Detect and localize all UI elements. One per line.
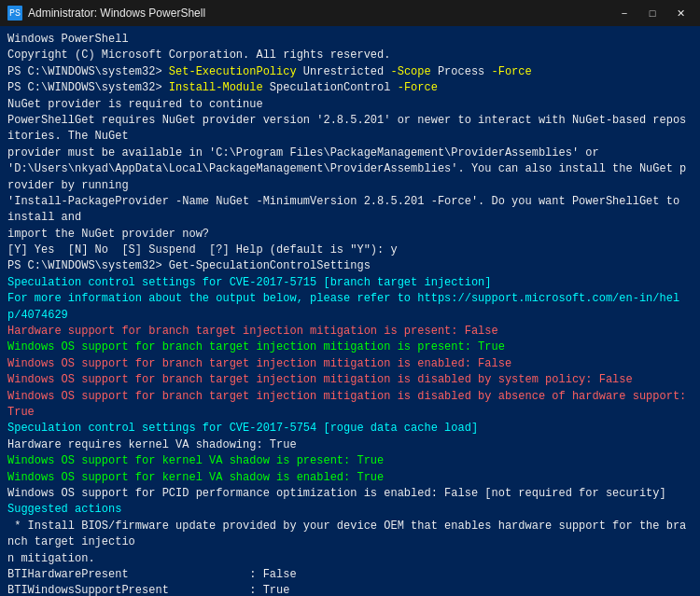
console-line: For more information about the output be… bbox=[7, 291, 693, 324]
console-line: Windows PowerShell bbox=[7, 32, 693, 48]
minimize-button[interactable]: − bbox=[612, 5, 637, 21]
title-bar: PS Administrator: Windows PowerShell − □… bbox=[0, 0, 700, 26]
console-line: BTIHardwarePresent : False bbox=[7, 567, 693, 583]
console-line: Suggested actions bbox=[7, 502, 693, 518]
console-line: 'D:\Users\nkyad\AppData\Local\PackageMan… bbox=[7, 161, 693, 194]
powershell-icon: PS bbox=[7, 6, 22, 21]
console-line: * Install BIOS/firmware update provided … bbox=[7, 519, 693, 551]
console-line: n mitigation. bbox=[7, 551, 693, 567]
console-line: PS C:\WINDOWS\system32> Get-SpeculationC… bbox=[7, 258, 693, 274]
console-line: Windows OS support for branch target inj… bbox=[7, 356, 693, 372]
window-controls: − □ ✕ bbox=[612, 5, 693, 21]
console-line: 'Install-PackageProvider -Name NuGet -Mi… bbox=[7, 194, 693, 227]
title-bar-left: PS Administrator: Windows PowerShell bbox=[7, 6, 205, 21]
console-line: Hardware support for branch target injec… bbox=[7, 324, 693, 340]
console-line: import the NuGet provider now? bbox=[7, 227, 693, 243]
console-line: PS C:\WINDOWS\system32> Install-Module S… bbox=[7, 80, 693, 96]
console-line: provider must be available in 'C:\Progra… bbox=[7, 146, 693, 161]
console-line: Windows OS support for branch target inj… bbox=[7, 372, 693, 388]
window-title: Administrator: Windows PowerShell bbox=[28, 7, 205, 20]
console-line: Copyright (C) Microsoft Corporation. All… bbox=[7, 48, 693, 63]
console-line: PS C:\WINDOWS\system32> Set-ExecutionPol… bbox=[7, 64, 693, 80]
console-line: [Y] Yes [N] No [S] Suspend [?] Help (def… bbox=[7, 243, 693, 258]
console-line: NuGet provider is required to continue bbox=[7, 97, 693, 113]
console-line: Windows OS support for kernel VA shadow … bbox=[7, 470, 693, 486]
console-line: Windows OS support for branch target inj… bbox=[7, 340, 693, 355]
console-line: Hardware requires kernel VA shadowing: T… bbox=[7, 437, 693, 453]
console-output: Windows PowerShellCopyright (C) Microsof… bbox=[0, 26, 700, 596]
console-line: Windows OS support for PCID performance … bbox=[7, 486, 693, 502]
console-line: Speculation control settings for CVE-201… bbox=[7, 421, 693, 437]
console-line: Windows OS support for branch target inj… bbox=[7, 389, 693, 422]
maximize-button[interactable]: □ bbox=[640, 5, 665, 21]
console-line: Speculation control settings for CVE-201… bbox=[7, 275, 693, 291]
console-line: Windows OS support for kernel VA shadow … bbox=[7, 453, 693, 469]
console-line: BTIWindowsSupportPresent : True bbox=[7, 583, 693, 596]
console-line: PowerShellGet requires NuGet provider ve… bbox=[7, 113, 693, 146]
close-button[interactable]: ✕ bbox=[668, 5, 693, 21]
